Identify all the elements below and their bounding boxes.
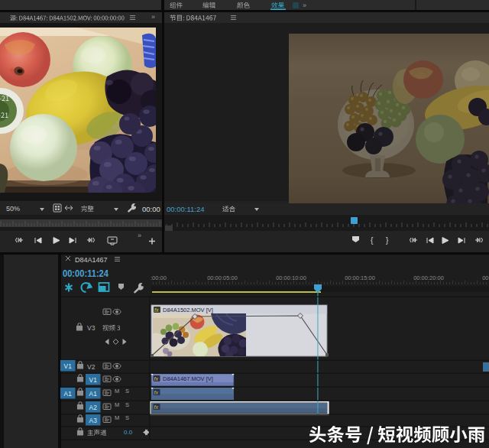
svg-text:M: M bbox=[115, 414, 119, 421]
svg-text:A2: A2 bbox=[89, 404, 98, 411]
svg-text:0.0: 0.0 bbox=[124, 429, 133, 436]
svg-text:00:00:11:24: 00:00:11:24 bbox=[63, 268, 108, 279]
svg-text:fx: fx bbox=[154, 390, 159, 395]
svg-text:V1: V1 bbox=[89, 376, 98, 384]
svg-text:00:00:20:00: 00:00:20:00 bbox=[413, 274, 444, 281]
svg-text:fx: fx bbox=[154, 307, 159, 313]
svg-text:»: » bbox=[138, 232, 141, 239]
svg-text::00:00: :00:00 bbox=[151, 274, 167, 281]
svg-text:A1: A1 bbox=[89, 390, 98, 398]
svg-text:S: S bbox=[125, 388, 129, 394]
svg-text:A3: A3 bbox=[89, 417, 98, 424]
svg-text:fx: fx bbox=[154, 376, 159, 381]
svg-text:00:00:25:00: 00:00:25:00 bbox=[482, 274, 489, 281]
svg-text:00:00: 00:00 bbox=[142, 205, 160, 213]
svg-text:D84A1502.MOV [V]: D84A1502.MOV [V] bbox=[163, 307, 213, 313]
svg-text:M: M bbox=[115, 401, 119, 408]
svg-text:50%: 50% bbox=[6, 205, 20, 213]
svg-text:D84A1467.MOV [V]: D84A1467.MOV [V] bbox=[163, 375, 213, 382]
svg-text:V2: V2 bbox=[87, 363, 96, 371]
svg-text:S: S bbox=[125, 401, 129, 408]
svg-text:D84A1467: D84A1467 bbox=[75, 256, 108, 264]
svg-text:A1: A1 bbox=[64, 390, 73, 398]
svg-text:00:00:05:00: 00:00:05:00 bbox=[207, 274, 238, 281]
svg-text:»: » bbox=[151, 13, 155, 21]
svg-text:M: M bbox=[115, 388, 119, 394]
svg-text:00:00:15:00: 00:00:15:00 bbox=[345, 274, 375, 281]
svg-text:00:00:11:24: 00:00:11:24 bbox=[167, 205, 204, 213]
svg-text:00:00:10:00: 00:00:10:00 bbox=[276, 274, 306, 281]
svg-text:S: S bbox=[125, 414, 129, 421]
svg-text:V3: V3 bbox=[87, 324, 96, 332]
svg-text:V1: V1 bbox=[64, 362, 73, 370]
svg-text:fx: fx bbox=[154, 404, 159, 410]
svg-text:»: » bbox=[303, 2, 306, 9]
